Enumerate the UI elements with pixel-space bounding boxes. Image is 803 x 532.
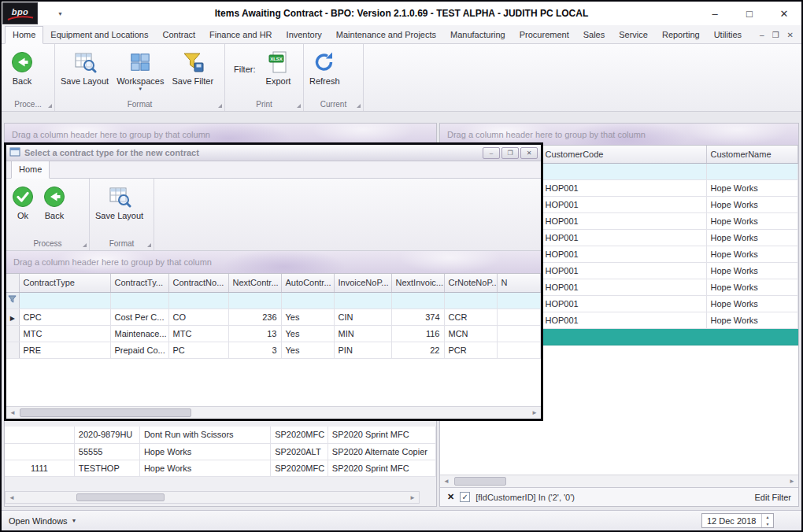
tab-procurement[interactable]: Procurement bbox=[513, 27, 576, 43]
dialog-group-by-bar[interactable]: Drag a column header here to group by th… bbox=[6, 251, 541, 274]
scrollbar-thumb[interactable] bbox=[76, 493, 165, 501]
scrollbar-thumb[interactable] bbox=[20, 408, 191, 417]
column-header-contracttypedesc[interactable]: ContractTy... bbox=[110, 274, 168, 292]
table-row[interactable]: 1111 TESTHOP Hope Works SP2020MFC SP2020… bbox=[5, 460, 436, 476]
dialog-tab-home[interactable]: Home bbox=[11, 161, 50, 179]
back-button[interactable]: Back bbox=[4, 47, 40, 87]
save-layout-icon bbox=[73, 50, 97, 74]
dialog-launcher-icon[interactable] bbox=[297, 104, 301, 108]
table-row[interactable]: ▶ CPC Cost Per C... CO 236 Yes CIN 374 C… bbox=[6, 308, 541, 325]
scroll-left-icon[interactable]: ◄ bbox=[6, 407, 19, 419]
dialog-back-button[interactable]: Back bbox=[39, 182, 70, 222]
tab-maintenance-and-projects[interactable]: Maintenance and Projects bbox=[329, 27, 443, 43]
filter-cell[interactable] bbox=[541, 163, 706, 179]
filter-cell[interactable] bbox=[706, 163, 798, 179]
dialog-launcher-icon[interactable] bbox=[357, 104, 361, 108]
open-windows-dropdown-icon: ▼ bbox=[72, 518, 77, 523]
dialog-titlebar[interactable]: Select a contract type for the new contr… bbox=[6, 145, 541, 161]
contract-type-grid: ContractType ContractTy... ContractNo...… bbox=[6, 274, 541, 359]
filter-cell[interactable] bbox=[168, 292, 228, 308]
status-bar: Open Windows ▼ 12 Dec 2018 ▲ ▼ bbox=[2, 510, 801, 530]
column-header-contracttype[interactable]: ContractType bbox=[19, 274, 110, 292]
mdi-minimize-icon[interactable]: – bbox=[760, 31, 764, 39]
group-by-hint: Drag a column header here to group by th… bbox=[447, 130, 646, 139]
column-header-crnotenoprefix[interactable]: CrNoteNoP... bbox=[444, 274, 497, 292]
save-layout-button[interactable]: Save Layout bbox=[57, 47, 112, 87]
tab-equipment-and-locations[interactable]: Equipment and Locations bbox=[43, 27, 155, 43]
column-header-invoicenoprefix[interactable]: InvoiceNoP... bbox=[334, 274, 391, 292]
column-header-nextcontractno[interactable]: NextContr... bbox=[228, 274, 281, 292]
filter-cell[interactable] bbox=[110, 292, 168, 308]
tab-finance-and-hr[interactable]: Finance and HR bbox=[202, 27, 279, 43]
dialog-save-layout-button[interactable]: Save Layout bbox=[92, 182, 146, 222]
tab-contract[interactable]: Contract bbox=[156, 27, 203, 43]
tab-home[interactable]: Home bbox=[5, 26, 43, 44]
contracts-grid-hscrollbar[interactable]: ◄ ► bbox=[440, 475, 798, 487]
close-button[interactable]: ✕ bbox=[767, 2, 801, 25]
column-header-contractnoprefix[interactable]: ContractNo... bbox=[168, 274, 228, 292]
refresh-icon bbox=[313, 50, 336, 74]
ribbon-group-process: Back Proce... bbox=[2, 44, 55, 111]
edit-filter-link[interactable]: Edit Filter bbox=[755, 493, 791, 502]
table-row[interactable]: PRE Prepaid Co... PC 3 Yes PIN 22 PCR bbox=[6, 342, 541, 358]
save-filter-button[interactable]: Save Filter bbox=[168, 47, 216, 87]
scroll-right-icon[interactable]: ► bbox=[786, 475, 798, 487]
table-row[interactable]: 55555 Hope Works SP2020ALT SP2020 Altern… bbox=[5, 443, 436, 460]
minimize-button[interactable]: – bbox=[698, 2, 732, 25]
maximize-button[interactable]: □ bbox=[732, 2, 767, 25]
scroll-left-icon[interactable]: ◄ bbox=[6, 492, 18, 503]
svg-text:XLSX: XLSX bbox=[270, 57, 283, 61]
ok-button[interactable]: Ok bbox=[9, 182, 37, 222]
column-header-customercode[interactable]: CustomerCode bbox=[541, 146, 706, 163]
filter-cell[interactable] bbox=[444, 292, 497, 308]
dialog-launcher-icon[interactable] bbox=[83, 243, 87, 247]
column-header-autocontract[interactable]: AutoContr... bbox=[281, 274, 334, 292]
dialog-launcher-icon[interactable] bbox=[48, 104, 52, 108]
workspaces-button[interactable]: Workspaces ▼ bbox=[113, 47, 167, 93]
dialog-hscrollbar[interactable]: ◄ ► bbox=[6, 406, 541, 419]
filter-cell[interactable] bbox=[281, 292, 334, 308]
open-windows-button[interactable]: Open Windows ▼ bbox=[9, 516, 77, 526]
scroll-left-icon[interactable]: ◄ bbox=[440, 475, 453, 487]
dialog-launcher-icon[interactable] bbox=[218, 104, 222, 108]
date-editor[interactable]: 12 Dec 2018 ▲ ▼ bbox=[701, 513, 774, 528]
dialog-minimize-button[interactable]: – bbox=[483, 147, 500, 159]
items-grid-hscrollbar[interactable]: ◄ ► bbox=[5, 491, 420, 504]
table-row[interactable]: MTC Maintenace... MTC 13 Yes MIN 116 MCN bbox=[6, 325, 541, 342]
filter-cell[interactable] bbox=[334, 292, 391, 308]
scroll-right-icon[interactable]: ► bbox=[406, 492, 419, 503]
column-header-customername[interactable]: CustomerName bbox=[706, 146, 798, 163]
date-spin-down-icon[interactable]: ▼ bbox=[762, 521, 773, 528]
tab-sales[interactable]: Sales bbox=[576, 27, 612, 43]
tab-service[interactable]: Service bbox=[612, 27, 655, 43]
mdi-restore-icon[interactable]: ❐ bbox=[772, 31, 779, 39]
dialog-launcher-icon[interactable] bbox=[147, 243, 151, 247]
table-row[interactable]: 2020-9879HU Dont Run with Scissors SP202… bbox=[5, 427, 436, 443]
group-label-format: Format bbox=[128, 100, 153, 109]
auto-filter-row bbox=[6, 292, 541, 308]
tab-utilities[interactable]: Utilities bbox=[707, 27, 749, 43]
dialog-close-button[interactable]: ✕ bbox=[520, 147, 538, 159]
filter-enabled-checkbox[interactable]: ✓ bbox=[460, 492, 470, 502]
items-grid: 2020-9879HU Dont Run with Scissors SP202… bbox=[5, 427, 436, 477]
filter-cell[interactable] bbox=[497, 292, 541, 308]
mdi-close-icon[interactable]: ✕ bbox=[787, 31, 794, 39]
quick-access-dropdown-icon[interactable]: ▼ bbox=[57, 11, 63, 17]
focused-row-marker-icon: ▶ bbox=[10, 315, 15, 322]
scroll-right-icon[interactable]: ► bbox=[528, 407, 541, 419]
tab-inventory[interactable]: Inventory bbox=[279, 27, 329, 43]
filter-cell[interactable] bbox=[391, 292, 444, 308]
column-header-next[interactable]: N bbox=[497, 274, 541, 292]
tab-manufacturing[interactable]: Manufacturing bbox=[443, 27, 513, 43]
date-spin-up-icon[interactable]: ▲ bbox=[762, 514, 773, 521]
filter-cell[interactable] bbox=[19, 292, 110, 308]
refresh-button[interactable]: Refresh bbox=[306, 47, 343, 87]
export-button[interactable]: XLSX Export bbox=[261, 47, 297, 87]
tab-reporting[interactable]: Reporting bbox=[655, 27, 707, 43]
column-header-nextinvoiceno[interactable]: NextInvoic... bbox=[391, 274, 444, 292]
ribbon-tab-bar: Home Equipment and Locations Contract Fi… bbox=[2, 25, 801, 44]
close-filter-icon[interactable]: ✕ bbox=[447, 492, 454, 502]
dialog-maximize-button[interactable]: ❐ bbox=[501, 147, 519, 159]
scrollbar-thumb[interactable] bbox=[454, 477, 506, 486]
filter-cell[interactable] bbox=[228, 292, 281, 308]
